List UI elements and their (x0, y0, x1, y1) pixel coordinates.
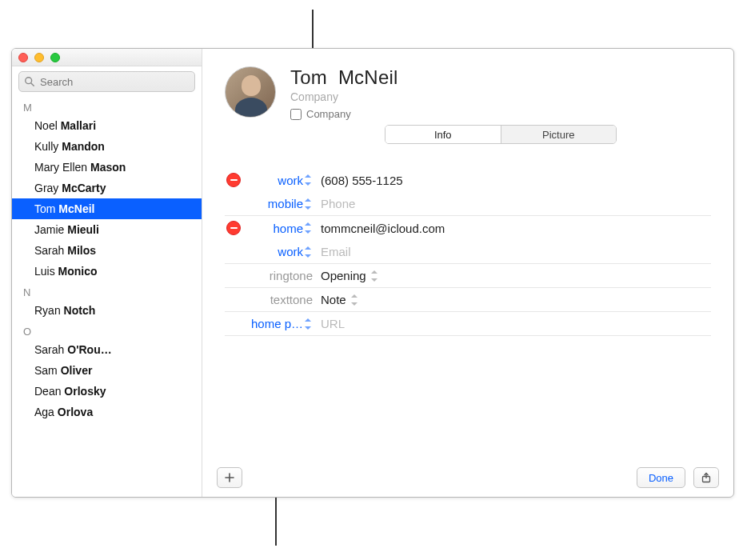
phone-row-mobile: mobile Phone (225, 192, 711, 216)
texttone-row: texttone Note (225, 288, 711, 312)
texttone-label: texttone (270, 293, 313, 306)
is-company-checkbox[interactable] (290, 109, 302, 120)
info-picture-segmented[interactable]: Info Picture (385, 125, 617, 144)
ringtone-row: ringtone Opening (225, 264, 711, 288)
done-button[interactable]: Done (637, 467, 685, 488)
email-work-label-picker[interactable]: work (249, 245, 313, 258)
ringtone-label: ringtone (270, 269, 313, 282)
remove-phone-work[interactable] (226, 173, 241, 187)
add-field-button[interactable] (217, 467, 242, 488)
contacts-list[interactable]: MNoel MallariKully MandonMary Ellen Maso… (12, 97, 202, 497)
annotation-line-bottom (275, 498, 277, 546)
email-work-value[interactable]: Email (321, 245, 709, 258)
chevron-updown-icon (305, 318, 313, 330)
share-icon (701, 472, 712, 483)
minimize-window-button[interactable] (34, 53, 44, 62)
search-field-wrapper[interactable] (18, 71, 195, 92)
svg-line-1 (31, 83, 34, 86)
contact-row[interactable]: Aga Orlova (12, 402, 202, 422)
last-name-field[interactable]: McNeil (338, 66, 398, 88)
search-icon (24, 76, 35, 87)
email-row-home: home tommcneil@icloud.com (225, 216, 711, 240)
zoom-window-button[interactable] (50, 53, 60, 62)
contact-row[interactable]: Mary Ellen Mason (12, 157, 202, 178)
contact-row[interactable]: Ryan Notch (12, 300, 202, 321)
section-header-N: N (12, 282, 202, 300)
contact-row[interactable]: Dean Orlosky (12, 381, 202, 402)
contact-row[interactable]: Noel Mallari (12, 115, 202, 136)
contacts-window: MNoel MallariKully MandonMary Ellen Maso… (11, 48, 734, 498)
plus-icon (224, 472, 235, 483)
contact-row[interactable]: Gray McCarty (12, 178, 202, 198)
ringtone-picker[interactable]: Opening (321, 269, 709, 282)
phone-mobile-label-picker[interactable]: mobile (249, 197, 313, 210)
chevron-updown-icon (305, 174, 313, 186)
url-label-picker[interactable]: home p… (249, 317, 313, 330)
sidebar: MNoel MallariKully MandonMary Ellen Maso… (12, 49, 202, 497)
section-header-O: O (12, 321, 202, 339)
avatar[interactable] (225, 66, 276, 118)
phone-mobile-value[interactable]: Phone (321, 197, 709, 210)
is-company-label: Company (306, 108, 351, 120)
search-input[interactable] (38, 75, 190, 89)
window-controls (12, 49, 202, 66)
company-field[interactable]: Company (290, 90, 711, 103)
contact-row[interactable]: Sarah Milos (12, 240, 202, 261)
annotation-line-top (312, 10, 314, 48)
chevron-updown-icon (351, 294, 359, 306)
tab-info[interactable]: Info (385, 126, 501, 143)
tab-picture[interactable]: Picture (501, 126, 617, 143)
contact-row[interactable]: Sarah O'Rou… (12, 339, 202, 360)
close-window-button[interactable] (18, 53, 28, 62)
chevron-updown-icon (305, 246, 313, 258)
phone-work-label-picker[interactable]: work (249, 174, 313, 187)
contact-row[interactable]: Jamie Mieuli (12, 219, 202, 240)
first-name-field[interactable]: Tom (290, 66, 327, 88)
email-home-label-picker[interactable]: home (249, 222, 313, 235)
share-button[interactable] (693, 467, 719, 488)
contact-name[interactable]: Tom McNeil (290, 66, 711, 89)
phone-row-work: work (608) 555-1125 (225, 168, 711, 192)
contact-row[interactable]: Kully Mandon (12, 136, 202, 157)
contact-row[interactable]: Luis Monico (12, 261, 202, 282)
url-value[interactable]: URL (321, 317, 709, 330)
chevron-updown-icon (371, 270, 379, 282)
chevron-updown-icon (305, 222, 313, 234)
contact-row[interactable]: Sam Oliver (12, 360, 202, 381)
contact-row[interactable]: Tom McNeil (12, 198, 202, 219)
section-header-M: M (12, 97, 202, 115)
texttone-picker[interactable]: Note (321, 293, 709, 306)
phone-work-value[interactable]: (608) 555-1125 (321, 174, 709, 187)
chevron-updown-icon (305, 198, 313, 210)
url-row: home p… URL (225, 312, 711, 336)
email-home-value[interactable]: tommcneil@icloud.com (321, 222, 709, 235)
email-row-work: work Email (225, 240, 711, 264)
contact-detail: Tom McNeil Company Company Info Picture … (202, 49, 733, 497)
remove-email-home[interactable] (226, 221, 241, 235)
